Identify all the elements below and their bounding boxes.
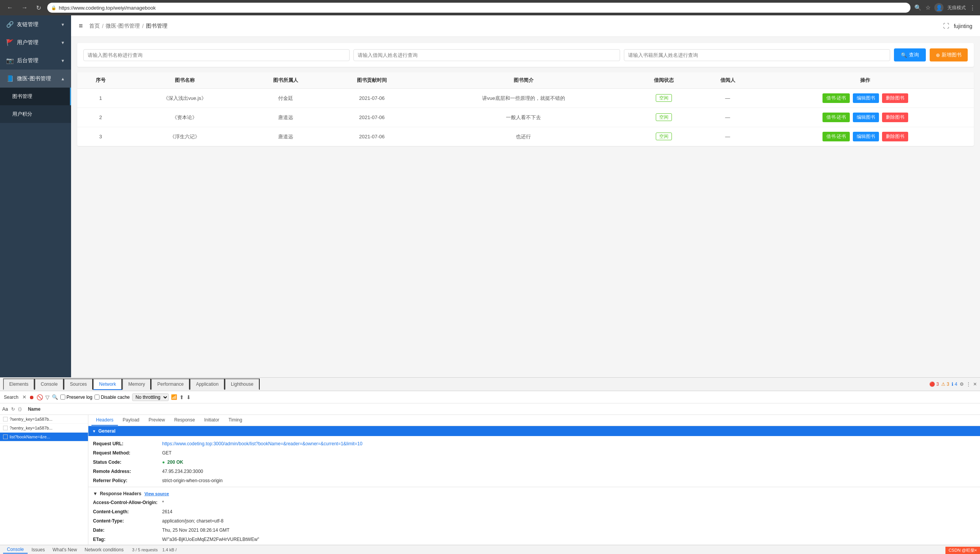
table-row: 1 《深入浅出vue.js》 付金廷 2021-07-06 讲vue底层和一些原… xyxy=(77,89,974,108)
tab-performance[interactable]: Performance xyxy=(151,378,190,390)
tab-headers[interactable]: Headers xyxy=(91,415,118,426)
val-remote-address: 47.95.234.230:3000 xyxy=(162,468,203,475)
breadcrumb-library[interactable]: 微医-图书管理 xyxy=(106,23,140,30)
info-count: ℹ 4 xyxy=(952,381,957,387)
address-bar[interactable]: 🔒 https://www.codeting.top/weiyi/manageb… xyxy=(47,3,910,13)
tab-timing[interactable]: Timing xyxy=(224,415,247,426)
sidebar-item-user[interactable]: 🚩 用户管理 ▼ xyxy=(0,33,71,51)
sidebar-item-backend[interactable]: 📷 后台管理 ▼ xyxy=(0,51,71,70)
close-devtools-icon[interactable]: ✕ xyxy=(973,381,977,387)
link-icon: 🔗 xyxy=(6,21,14,28)
cell-no: 3 xyxy=(77,127,124,146)
fullscreen-button[interactable]: ⛶ xyxy=(943,23,949,30)
tab-application[interactable]: Application xyxy=(190,378,225,390)
filter-icon[interactable]: ▽ xyxy=(45,394,50,400)
cell-status: 空闲 xyxy=(629,108,698,127)
preserve-log-checkbox[interactable] xyxy=(60,395,65,400)
search-network-icon[interactable]: 🔍 xyxy=(52,394,58,400)
tab-response[interactable]: Response xyxy=(169,415,199,426)
checkbox[interactable] xyxy=(3,426,8,430)
settings-icon[interactable]: ⚙ xyxy=(960,381,964,387)
search-owner-input[interactable] xyxy=(624,49,890,61)
search-icon[interactable]: 🔍 xyxy=(914,4,922,11)
sidebar-item-user-points[interactable]: 用户积分 xyxy=(0,105,71,123)
browser-right-icons: 🔍 ☆ 👤 无痕模式 ⋮ xyxy=(914,3,975,12)
add-book-button[interactable]: ⊕ 新增图书 xyxy=(930,48,968,61)
throttle-select[interactable]: No throttling xyxy=(132,393,169,401)
search-borrower-input[interactable] xyxy=(353,49,620,61)
download-icon: ⬇ xyxy=(186,394,191,400)
tab-preview[interactable]: Preview xyxy=(144,415,170,426)
checkbox[interactable] xyxy=(3,435,8,439)
disable-cache-checkbox[interactable] xyxy=(95,395,99,400)
more-icon[interactable]: ⋮ xyxy=(966,381,971,387)
clear-button[interactable]: 🚫 xyxy=(36,394,43,400)
search-button[interactable]: 🔍 查询 xyxy=(894,48,926,61)
key-status-code: Status Code: xyxy=(93,459,162,466)
borrow-return-button[interactable]: 借书·还书 xyxy=(822,132,850,141)
disable-cache-label[interactable]: Disable cache xyxy=(95,395,129,400)
col-status: 借阅状态 xyxy=(629,72,698,89)
refresh-sm-icon[interactable]: ↻ xyxy=(11,406,15,412)
star-icon[interactable]: ☆ xyxy=(925,4,930,11)
key-referrer-policy: Referrer Policy: xyxy=(93,477,162,484)
cell-name: 《浮生六记》 xyxy=(124,127,245,146)
preserve-log-label[interactable]: Preserve log xyxy=(60,395,92,400)
app-area: 🔗 友链管理 ▼ 🚩 用户管理 ▼ 📷 后台管理 ▼ 📘 微医-图书管理 ▲ xyxy=(0,15,980,377)
tab-payload[interactable]: Payload xyxy=(118,415,144,426)
menu-icon[interactable]: ⋮ xyxy=(970,4,975,11)
tab-lighthouse[interactable]: Lighthouse xyxy=(225,378,260,390)
list-item[interactable]: ?sentry_key=1a587b... xyxy=(0,424,88,433)
cell-borrower: — xyxy=(698,127,756,146)
record-button[interactable]: ⏺ xyxy=(29,394,34,400)
view-source-link[interactable]: View source xyxy=(144,491,169,496)
cell-name: 《资本论》 xyxy=(124,108,245,127)
list-item-selected[interactable]: list?bookName=&re... xyxy=(0,433,88,441)
col-borrower: 借阅人 xyxy=(698,72,756,89)
delete-book-button[interactable]: 删除图书 xyxy=(882,132,908,141)
search-bookname-input[interactable] xyxy=(83,49,350,61)
col-owner: 图书所属人 xyxy=(245,72,326,89)
checkbox[interactable] xyxy=(3,417,8,421)
refresh-button[interactable]: ↻ xyxy=(34,3,43,13)
sidebar: 🔗 友链管理 ▼ 🚩 用户管理 ▼ 📷 后台管理 ▼ 📘 微医-图书管理 ▲ xyxy=(0,15,71,377)
devtools-right-icons: 🔴 3 ⚠ 3 ℹ 4 ⚙ ⋮ ✕ xyxy=(929,381,977,387)
list-item[interactable]: ?sentry_key=1a587b... xyxy=(0,415,88,424)
tab-console[interactable]: Console xyxy=(35,378,64,390)
delete-book-button[interactable]: 删除图书 xyxy=(882,113,908,122)
bottom-tab-console[interactable]: Console xyxy=(3,546,28,554)
url-text: https://www.codeting.top/weiyi/manageboo… xyxy=(59,5,156,11)
tab-elements[interactable]: Elements xyxy=(3,378,35,390)
aa-button[interactable]: Aa xyxy=(2,406,8,412)
forward-button[interactable]: → xyxy=(19,3,30,13)
val-status-code: ● 200 OK xyxy=(162,459,183,466)
edit-book-button[interactable]: 编辑图书 xyxy=(853,93,879,103)
sidebar-item-friend[interactable]: 🔗 友链管理 ▼ xyxy=(0,15,71,33)
bottom-tab-whats-new[interactable]: What's New xyxy=(49,546,81,553)
collapse-icon[interactable]: ⟨⟩ xyxy=(18,406,22,412)
general-section-header[interactable]: ▼ General xyxy=(88,426,980,436)
tab-sources[interactable]: Sources xyxy=(64,378,93,390)
edit-book-button[interactable]: 编辑图书 xyxy=(853,132,879,141)
response-headers-toggle[interactable]: ▼ Response Headers View source xyxy=(93,489,975,498)
val-request-url: https://www.codeting.top:3000/admin/book… xyxy=(162,440,362,447)
borrow-return-button[interactable]: 借书·还书 xyxy=(822,113,850,122)
back-button[interactable]: ← xyxy=(5,3,15,13)
hamburger-icon[interactable]: ≡ xyxy=(79,22,83,30)
delete-book-button[interactable]: 删除图书 xyxy=(882,93,908,103)
borrow-return-button[interactable]: 借书·还书 xyxy=(822,93,850,103)
search-close-icon[interactable]: ✕ xyxy=(22,394,27,400)
col-date: 图书贡献时间 xyxy=(326,72,418,89)
tab-network[interactable]: Network xyxy=(93,378,122,390)
tab-memory[interactable]: Memory xyxy=(122,378,151,390)
csdn-bar[interactable]: CSDN @旺柴× xyxy=(945,547,980,554)
wifi-icon[interactable]: 📶 xyxy=(171,394,177,400)
sidebar-item-book-mgmt[interactable]: 图书管理 xyxy=(0,88,71,105)
cell-name: 《深入浅出vue.js》 xyxy=(124,89,245,108)
breadcrumb-home[interactable]: 首页 xyxy=(89,23,100,30)
bottom-tab-issues[interactable]: Issues xyxy=(28,546,49,553)
edit-book-button[interactable]: 编辑图书 xyxy=(853,113,879,122)
tab-initiator[interactable]: Initiator xyxy=(199,415,224,426)
sidebar-item-library[interactable]: 📘 微医-图书管理 ▲ xyxy=(0,70,71,88)
bottom-tab-network-conditions[interactable]: Network conditions xyxy=(81,546,127,553)
